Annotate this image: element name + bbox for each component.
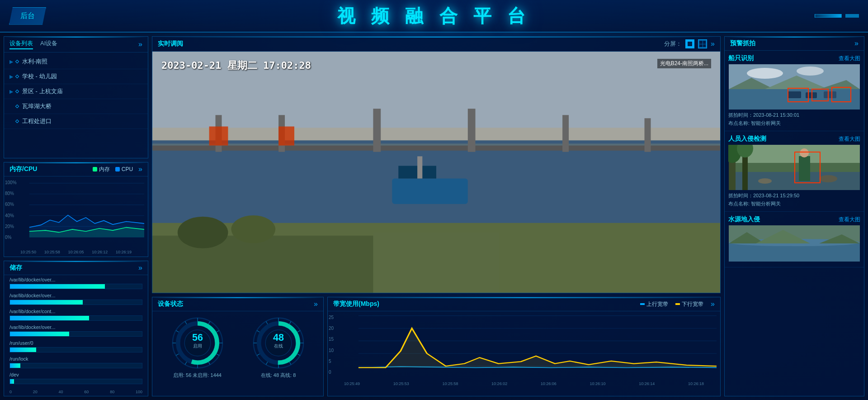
tab-ai-device[interactable]: AI设备 [40, 39, 57, 49]
device-item-0[interactable]: ▶ 水利-南照 [4, 54, 148, 69]
storage-bar-bg-6 [9, 379, 142, 384]
svg-line-55 [266, 362, 268, 365]
live-view-title: 实时调阅 [158, 40, 183, 48]
page-wrapper: 后台 视 频 融 合 平 台 设备列表 AI设备 » ▶ [0, 0, 868, 400]
alert-2-title: 水源地入侵 [728, 215, 760, 224]
cpu-panel-title: 内存/CPU [9, 165, 37, 173]
header-bar-right [845, 14, 859, 18]
expand-icon-1: ▶ [9, 74, 13, 80]
cpu-panel-header: 内存/CPU 内存 CPU » [4, 162, 148, 176]
center-panel: 实时调阅 分屏： » [152, 36, 721, 396]
tab-device-list[interactable]: 设备列表 [9, 39, 33, 49]
storage-x-axis: 0 20 40 60 80 100 [9, 388, 142, 394]
bandwidth-expand[interactable]: » [711, 300, 715, 308]
storage-bar-fill-0 [10, 284, 105, 289]
single-screen-btn[interactable] [685, 39, 694, 48]
expand-icon-2: ▶ [9, 89, 13, 95]
alert-1-view-btn[interactable]: 查看大图 [839, 135, 860, 143]
page-title: 视 频 融 合 平 台 [337, 4, 531, 29]
alert-0-view-btn[interactable]: 查看大图 [839, 55, 860, 62]
online-donut-svg: 48 在线 [251, 316, 306, 370]
storage-item-4: /run/user/0 [9, 340, 142, 352]
split-label: 分屏： [664, 40, 682, 48]
device-status-expand[interactable]: » [314, 300, 318, 308]
alert-0-header: 船只识别 查看大图 [728, 54, 860, 62]
svg-line-56 [257, 354, 259, 356]
alert-panel-title: 预警抓拍 [730, 39, 755, 48]
device-status-panel: 设备状态 » [152, 297, 324, 396]
device-items: ▶ 水利-南照 ▶ 学校 - 幼儿园 ▶ 景区 - 上杭文庙 [4, 52, 148, 131]
storage-item-1: /var/lib/docker/over... [9, 293, 142, 305]
alert-item-0: 船只识别 查看大图 [725, 51, 864, 131]
storage-item-2: /var/lib/docker/cont... [9, 309, 142, 321]
online-status-info: 在线: 48 高线: 8 [261, 370, 296, 381]
svg-line-52 [297, 354, 300, 356]
device-item-3[interactable]: ▶ 瓦埠湖大桥 [4, 99, 148, 114]
alert-panel-expand[interactable]: » [854, 39, 859, 48]
alert-item-2: 水源地入侵 查看大图 [725, 212, 864, 267]
svg-line-38 [176, 354, 179, 356]
device-item-1[interactable]: ▶ 学校 - 幼儿园 [4, 69, 148, 84]
alert-panel-header: 预警抓拍 » [725, 37, 864, 51]
alert-1-bbox-0 [794, 152, 821, 183]
device-icon-1 [15, 75, 19, 78]
left-panel: 设备列表 AI设备 » ▶ 水利-南照 ▶ 学校 - 幼儿园 [4, 36, 148, 396]
video-background [152, 52, 720, 293]
alert-item-1: 人员入侵检测 查看大图 [725, 131, 864, 212]
storage-panel-expand[interactable]: » [138, 264, 142, 272]
alert-1-title: 人员入侵检测 [728, 135, 766, 143]
svg-point-74 [797, 67, 824, 76]
svg-line-41 [185, 321, 187, 324]
main-layout: 设备列表 AI设备 » ▶ 水利-南照 ▶ 学校 - 幼儿园 [0, 33, 868, 400]
cpu-legend: 内存 CPU » [93, 165, 142, 173]
device-icon-4 [15, 119, 19, 123]
bandwidth-y-labels: 25 20 15 10 5 0 [329, 315, 334, 375]
alert-1-meta: 抓拍时间：2023-08-21 15:29:50 布点名称: 智能分析网关 [728, 192, 860, 208]
svg-line-50 [297, 330, 300, 332]
cpu-panel-expand[interactable]: » [138, 165, 142, 173]
live-view-expand[interactable]: » [711, 40, 715, 48]
svg-point-28 [231, 215, 275, 243]
storage-label-3: /var/lib/docker/over... [9, 324, 142, 330]
cpu-chart-area: 100% 80% 60% 40% 20% 0% [4, 176, 148, 249]
alert-0-bbox-0 [788, 88, 809, 102]
legend-dot-memory [93, 167, 97, 171]
cpu-y-labels: 100% 80% 60% 40% 20% 0% [5, 180, 17, 240]
svg-point-27 [178, 217, 228, 248]
video-container[interactable]: 2023-02-21 星期二 17:02:28 光电B24-南照两桥... [152, 52, 720, 293]
alert-2-view-btn[interactable]: 查看大图 [839, 216, 860, 224]
cpu-chart-svg [8, 178, 144, 247]
live-view-panel: 实时调阅 分屏： » [152, 36, 721, 293]
svg-text:56: 56 [192, 332, 203, 343]
svg-line-31 [208, 321, 210, 324]
alert-0-bbox-1 [811, 89, 829, 101]
device-item-2[interactable]: ▶ 景区 - 上杭文庙 [4, 84, 148, 99]
device-item-4[interactable]: ▶ 工程处进口 [4, 114, 148, 129]
video-scene-svg [152, 52, 720, 293]
quad-screen-btn[interactable] [698, 39, 707, 48]
device-list-tabs: 设备列表 AI设备 [9, 39, 57, 49]
svg-point-73 [747, 68, 783, 79]
screen-layout-controls: 分屏： » [664, 39, 715, 48]
back-button[interactable]: 后台 [9, 7, 46, 25]
svg-rect-22 [392, 179, 467, 204]
storage-bar-fill-1 [10, 300, 83, 305]
storage-bar-bg-4 [9, 347, 142, 352]
cpu-x-labels: 10:25:50 10:25:58 10:26:05 10:26:12 10:2… [8, 249, 144, 254]
svg-rect-24 [417, 156, 422, 178]
header: 后台 视 频 融 合 平 台 [0, 0, 868, 33]
alert-0-image [728, 64, 860, 110]
device-list-expand[interactable]: » [138, 40, 142, 48]
single-screen-icon [688, 42, 692, 46]
svg-rect-17 [562, 115, 569, 152]
legend-cpu: CPU [115, 166, 133, 172]
device-icon-2 [15, 90, 19, 93]
storage-bar-bg-3 [9, 331, 142, 337]
svg-rect-18 [645, 118, 651, 152]
device-list-header: 设备列表 AI设备 » [4, 37, 148, 52]
bandwidth-legend: 上行宽带 下行宽带 » [640, 300, 715, 308]
donuts-area: 56 启用 启用: 56 未启用: 1444 [152, 311, 323, 385]
alert-2-header: 水源地入侵 查看大图 [728, 215, 860, 224]
svg-rect-19 [209, 127, 228, 146]
svg-point-90 [819, 175, 837, 182]
